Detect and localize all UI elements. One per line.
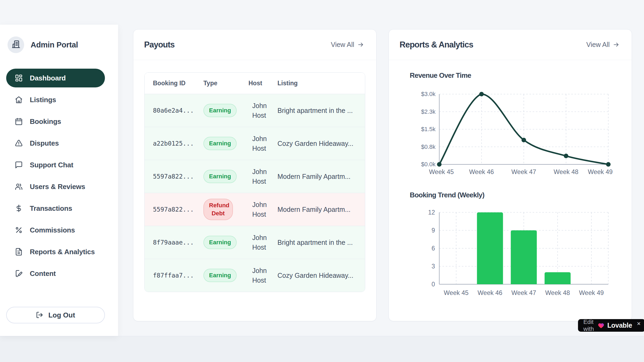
reports-view-all-link[interactable]: View All	[586, 41, 620, 49]
bar	[511, 230, 537, 284]
cell-booking-id: 5597a822...	[145, 206, 203, 213]
cell-host: John Host	[248, 134, 277, 153]
close-icon[interactable]: ×	[637, 320, 641, 327]
type-badge: Earning	[203, 104, 237, 117]
reports-card-header: Reports & Analytics View All	[389, 29, 632, 60]
cell-booking-id: f87ffaa7...	[145, 272, 203, 279]
table-row: 5597a822... Earning John Host Modern Fam…	[145, 160, 365, 193]
x-tick-label: Week 46	[469, 168, 494, 175]
booking-bar-chart: 036912Week 45Week 46Week 47Week 48Week 4…	[412, 210, 612, 298]
cell-booking-id: 80a6e2a4...	[145, 107, 203, 114]
table-row: f87ffaa7... Earning John Host Cozy Garde…	[145, 259, 365, 292]
sidebar-item-commissions[interactable]: Commissions	[6, 221, 105, 239]
cell-listing: Bright apartment in the ...	[277, 239, 365, 246]
sidebar-item-dashboard[interactable]: Dashboard	[6, 69, 105, 87]
cell-type: Earning	[203, 170, 248, 183]
revenue-chart-title: Revenue Over Time	[410, 71, 471, 80]
data-point	[606, 162, 611, 167]
column-header-listing: Listing	[277, 80, 365, 87]
cell-host: John Host	[248, 266, 277, 285]
logout-label: Log Out	[48, 311, 75, 319]
payouts-view-all-link[interactable]: View All	[331, 41, 364, 49]
users-icon	[15, 183, 23, 191]
file-pen-icon	[15, 269, 23, 278]
data-point	[479, 92, 484, 97]
type-badge: Earning	[203, 236, 237, 249]
view-all-label: View All	[331, 41, 354, 49]
x-tick-label: Week 49	[588, 168, 613, 175]
x-tick-label: Week 45	[444, 289, 469, 296]
dollar-sign-icon	[15, 204, 23, 212]
x-tick-label: Week 45	[429, 168, 454, 175]
calendar-icon	[15, 117, 23, 125]
cell-type: Earning	[203, 269, 248, 282]
x-tick-label: Week 46	[478, 289, 502, 296]
y-tick-label: $2.3k	[421, 108, 436, 115]
data-point	[564, 154, 568, 158]
sidebar-item-label: Reports & Analytics	[30, 248, 95, 256]
sidebar-item-transactions[interactable]: Transactions	[6, 199, 105, 218]
cell-listing: Cozy Garden Hideaway...	[277, 272, 365, 279]
y-tick-label: 9	[431, 227, 435, 234]
sidebar: Admin Portal Dashboard Listings Bookings…	[0, 25, 118, 336]
sidebar-item-label: Listings	[30, 96, 56, 104]
payouts-table-header: Booking ID Type Host Listing	[145, 73, 365, 94]
sidebar-item-disputes[interactable]: Disputes	[6, 134, 105, 153]
cell-listing: Modern Family Apartm...	[277, 173, 365, 180]
reports-title: Reports & Analytics	[400, 40, 473, 50]
cell-booking-id: a22b0125...	[145, 140, 203, 147]
message-square-icon	[15, 161, 23, 169]
sidebar-item-support-chat[interactable]: Support Chat	[6, 156, 105, 174]
house-icon	[15, 96, 23, 104]
bar	[545, 272, 571, 284]
payouts-card-header: Payouts View All	[133, 29, 376, 60]
type-badge: Earning	[203, 137, 237, 150]
cell-listing: Bright apartment in the ...	[277, 107, 365, 114]
type-badge: Earning	[203, 269, 237, 282]
sidebar-item-label: Dashboard	[30, 74, 66, 82]
y-tick-label: 12	[428, 209, 435, 216]
sidebar-item-content[interactable]: Content	[6, 264, 105, 283]
table-row: 80a6e2a4... Earning John Host Bright apa…	[145, 94, 365, 127]
cell-type: Earning	[203, 137, 248, 150]
type-badge: Refund Debt	[203, 199, 233, 220]
bottom-strip	[0, 336, 644, 362]
sidebar-item-label: Users & Reviews	[30, 183, 85, 191]
brand: Admin Portal	[8, 36, 78, 53]
lovable-brand: Lovable	[607, 322, 632, 329]
dashboard-icon	[15, 74, 23, 82]
cell-host: John Host	[248, 167, 277, 186]
data-point	[437, 162, 442, 167]
logout-button[interactable]: Log Out	[6, 307, 105, 323]
cell-host: John Host	[248, 101, 277, 120]
column-header-booking-id: Booking ID	[145, 80, 203, 87]
x-tick-label: Week 47	[511, 168, 536, 175]
cell-booking-id: 5597a822...	[145, 173, 203, 180]
sidebar-item-label: Bookings	[30, 117, 61, 126]
sidebar-item-label: Content	[30, 269, 56, 278]
sidebar-item-users-reviews[interactable]: Users & Reviews	[6, 177, 105, 196]
file-text-icon	[15, 248, 23, 256]
page-background: Admin Portal Dashboard Listings Bookings…	[0, 0, 644, 362]
table-row: a22b0125... Earning John Host Cozy Garde…	[145, 127, 365, 160]
heart-icon	[598, 322, 605, 329]
sidebar-item-label: Support Chat	[30, 161, 73, 169]
reports-card: Reports & Analytics View All Revenue Ove…	[389, 29, 632, 321]
cell-host: John Host	[248, 233, 277, 252]
type-badge: Earning	[203, 170, 237, 183]
building-icon	[11, 40, 20, 50]
cell-type: Refund Debt	[203, 199, 248, 220]
revenue-line-chart: $0.0k$0.8k$1.5k$2.3k$3.0kWeek 45Week 46W…	[412, 91, 612, 177]
lovable-badge[interactable]: Edit with Lovable ×	[578, 319, 644, 332]
sidebar-item-bookings[interactable]: Bookings	[6, 112, 105, 131]
sidebar-item-reports-analytics[interactable]: Reports & Analytics	[6, 242, 105, 261]
cell-listing: Cozy Garden Hideaway...	[277, 140, 365, 147]
y-tick-label: $0.0k	[421, 161, 436, 168]
payouts-table-body: 80a6e2a4... Earning John Host Bright apa…	[145, 94, 365, 292]
payouts-table: Booking ID Type Host Listing 80a6e2a4...…	[144, 72, 365, 292]
x-tick-label: Week 49	[579, 289, 604, 296]
table-row: 5597a822... Refund Debt John Host Modern…	[145, 193, 365, 226]
table-row: 8f79aaae... Earning John Host Bright apa…	[145, 226, 365, 259]
sidebar-item-listings[interactable]: Listings	[6, 90, 105, 109]
booking-chart-title: Booking Trend (Weekly)	[410, 191, 484, 199]
